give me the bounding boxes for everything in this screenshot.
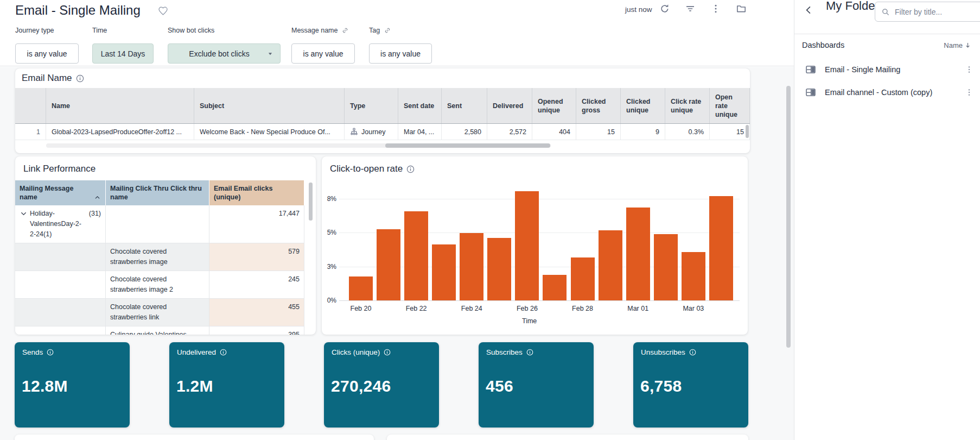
kebab-icon[interactable] [965, 88, 973, 97]
link-table-row[interactable]: Chocolate covered strawberries image579 [15, 243, 304, 271]
chevron-left-icon[interactable] [804, 5, 814, 15]
chart-title: Click-to-open rate [330, 164, 415, 174]
filter-tag: Tagis any value [369, 26, 391, 35]
dashboard-main: Email - Single Mailing just now Journey … [0, 0, 794, 440]
link-column-header[interactable]: Mailing Message name [15, 180, 106, 205]
table-vertical-scrollbar[interactable] [746, 125, 749, 138]
bar-feb-27[interactable] [543, 275, 567, 300]
clicks-cell: 579 [209, 243, 304, 271]
bar-feb-21[interactable] [377, 229, 400, 300]
filter-message-name: Message nameis any value [291, 26, 349, 35]
email-column-header[interactable]: Name [46, 88, 194, 123]
sidebar-item-email-channel-custom-copy-[interactable]: Email channel - Custom (copy) [794, 81, 980, 103]
link-table-row[interactable]: Chocolate covered strawberries link455 [15, 299, 304, 326]
info-icon[interactable] [406, 165, 415, 173]
bar-mar-02[interactable] [654, 234, 678, 300]
link-column-header[interactable]: Email Email clicks (unique) [209, 180, 304, 205]
journey-icon [350, 128, 358, 136]
email-column-header[interactable]: Clicked gross [576, 88, 621, 123]
filter-value-box[interactable]: is any value [15, 43, 79, 64]
email-column-header[interactable]: Click rate unique [665, 88, 710, 123]
kpi-tile-clicks-unique-[interactable]: Clicks (unique)270,246 [324, 342, 439, 428]
refresh-button[interactable] [659, 3, 670, 14]
email-column-header[interactable]: Open rate unique [710, 88, 750, 123]
kpi-tile-undelivered[interactable]: Undelivered1.2M [169, 342, 284, 428]
filter-value-box[interactable]: is any value [291, 43, 355, 64]
link-table-scrollbar[interactable] [309, 183, 313, 221]
email-column-header[interactable]: Clicked unique [621, 88, 665, 123]
caret-down-icon [266, 50, 274, 58]
kebab-icon[interactable] [965, 65, 973, 74]
kpi-tile-sends[interactable]: Sends12.8M [15, 342, 130, 428]
kpi-tile-unsubscribes[interactable]: Unsubscribes6,758 [633, 342, 748, 428]
kebab-button[interactable] [710, 3, 721, 14]
info-icon[interactable] [76, 74, 84, 83]
message-name-text [30, 274, 101, 295]
email-column-header[interactable]: Delivered [487, 88, 532, 123]
bar-feb-25[interactable] [487, 238, 511, 300]
x-axis-tick-label: Mar 03 [676, 305, 711, 312]
sort-control[interactable]: Name [944, 41, 971, 49]
bar-feb-20[interactable] [349, 276, 373, 300]
message-name-text [30, 247, 101, 267]
filter-button[interactable] [685, 3, 696, 14]
email-column-header[interactable]: Subject [194, 88, 345, 123]
bar-feb-29[interactable] [599, 230, 622, 300]
search-input[interactable] [895, 8, 965, 16]
bar-feb-28[interactable] [571, 257, 595, 300]
email-column-header[interactable]: Opened unique [532, 88, 576, 123]
kpi-label-text: Sends [22, 348, 43, 356]
bar-mar-04[interactable] [709, 196, 733, 300]
bar-feb-22[interactable] [404, 211, 428, 300]
filter-value-text: Exclude bot clicks [189, 49, 249, 58]
message-name-cell [15, 271, 106, 298]
email-column-header[interactable]: Sent date [398, 88, 442, 123]
link-table-row[interactable]: Chocolate covered strawberries image 224… [15, 271, 304, 299]
link-column-header[interactable]: Mailing Click Thru Click thru name [106, 180, 209, 205]
sidebar-item-email-single-mailing[interactable]: Email - Single Mailing [794, 59, 980, 80]
email-cell: 2,580 [442, 124, 487, 140]
link-performance-table: Mailing Message nameMailing Click Thru C… [15, 180, 304, 335]
filter-value-box[interactable]: Last 14 Days [92, 43, 154, 64]
link-icon [384, 27, 391, 34]
bar-feb-26[interactable] [515, 191, 539, 300]
filter-label: Show bot clicks [168, 26, 214, 35]
email-column-header[interactable]: Sent [442, 88, 487, 123]
cell-text: Mar 04, ... [404, 128, 434, 136]
chart-gridline [339, 199, 740, 199]
filter-value-text: Last 14 Days [101, 49, 145, 58]
dashboard-item-label: Email - Single Mailing [825, 59, 900, 80]
x-axis-tick-label: Mar 01 [621, 305, 656, 312]
bar-mar-03[interactable] [682, 252, 705, 300]
kpi-label-text: Clicks (unique) [332, 348, 380, 356]
click-thru-text: Chocolate covered strawberries link [110, 303, 167, 321]
kpi-label: Sends [22, 348, 54, 356]
folder-button[interactable] [736, 3, 747, 14]
bar-mar-01[interactable] [626, 208, 650, 300]
sort-label: Name [944, 41, 963, 49]
arrow-down-icon [964, 42, 971, 49]
kpi-label: Clicks (unique) [332, 348, 391, 356]
email-table-row[interactable]: 1Global-2023-LapsedProduceOffer-2off12 .… [15, 124, 750, 140]
email-column-header[interactable] [15, 88, 46, 123]
link-performance-title: Link Performance [23, 164, 96, 174]
bar-feb-24[interactable] [460, 233, 483, 300]
dashboard-icon [805, 87, 816, 98]
favorite-heart-icon[interactable] [158, 6, 168, 16]
filter-value-box[interactable]: Exclude bot clicks [168, 43, 281, 64]
link-table-row[interactable]: Culinary guide Valentines395 [15, 326, 304, 335]
expand-chevron-icon[interactable] [20, 210, 28, 218]
info-icon [526, 349, 533, 356]
bar-feb-23[interactable] [432, 244, 456, 300]
horizontal-scrollbar[interactable] [385, 143, 550, 148]
filter-value-box[interactable]: is any value [369, 43, 432, 64]
folder-sidebar: My Folder Dashboards Name Email - Single… [794, 0, 980, 440]
filter-label-text: Message name [291, 27, 338, 34]
email-column-header[interactable]: Type [345, 88, 398, 123]
link-table-row[interactable]: Holiday-ValentinesDay-2-2-24(1)(31)17,44… [15, 205, 304, 243]
kpi-tile-subscribes[interactable]: Subscribes456 [479, 342, 594, 428]
column-header-text: Sent date [404, 102, 434, 110]
main-vertical-scrollbar[interactable] [786, 86, 791, 348]
filter-time: TimeLast 14 Days [92, 26, 107, 35]
click-thru-cell: Culinary guide Valentines [106, 326, 209, 335]
